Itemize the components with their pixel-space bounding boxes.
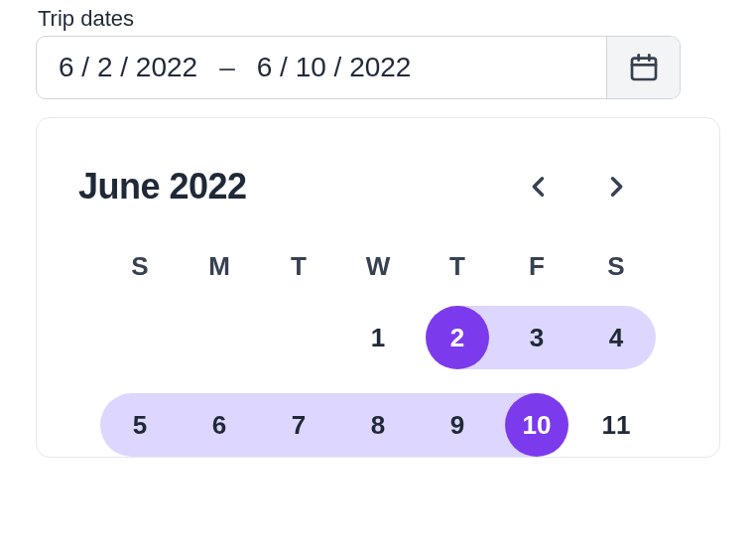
calendar-day[interactable]: 4	[576, 306, 656, 369]
start-month[interactable]: 6	[59, 52, 74, 83]
calendar-day[interactable]: 6	[180, 393, 259, 457]
chevron-left-icon	[525, 173, 553, 201]
calendar-day[interactable]: 2	[418, 306, 497, 369]
start-day[interactable]: 2	[97, 52, 113, 83]
weekday-header: M	[180, 251, 259, 282]
weekday-header: S	[576, 251, 656, 282]
chevron-right-icon	[602, 173, 630, 201]
weekday-header: F	[497, 251, 576, 282]
calendar-day-number: 2	[450, 323, 464, 353]
calendar-day-number: 3	[530, 323, 544, 353]
calendar-day-number: 9	[450, 410, 464, 441]
calendar-day[interactable]: 7	[259, 393, 338, 457]
calendar-day-number: 10	[523, 410, 552, 441]
calendar-day-number: 8	[371, 410, 385, 441]
calendar-day-number: 7	[292, 410, 306, 441]
calendar-cell-empty	[100, 306, 180, 369]
calendar-day-number: 1	[371, 323, 385, 353]
end-year[interactable]: 2022	[349, 52, 411, 83]
end-day[interactable]: 10	[296, 52, 326, 83]
date-range-display[interactable]: 6 / 2 / 2022 – 6 / 10 / 2022	[37, 37, 606, 98]
calendar-day[interactable]: 11	[576, 393, 656, 457]
weekday-header: W	[338, 251, 418, 282]
calendar-day-number: 5	[133, 410, 147, 441]
calendar-icon	[628, 52, 660, 83]
weekday-header: T	[418, 251, 497, 282]
calendar-day[interactable]: 1	[338, 306, 418, 369]
calendar-day-number: 11	[602, 410, 631, 441]
svg-rect-0	[632, 59, 656, 79]
calendar-day[interactable]: 10	[497, 393, 576, 457]
range-separator: –	[197, 52, 257, 83]
prev-month-button[interactable]	[521, 169, 557, 205]
calendar-grid: SMTWTFS1234567891011	[70, 251, 686, 457]
calendar-day[interactable]: 9	[418, 393, 497, 457]
calendar-day[interactable]: 5	[100, 393, 180, 457]
calendar-popover: June 2022 SMTWTFS1234567891011	[36, 117, 720, 458]
calendar-day[interactable]: 3	[497, 306, 576, 369]
calendar-cell-empty	[180, 306, 259, 369]
calendar-day[interactable]: 8	[338, 393, 418, 457]
calendar-cell-empty	[259, 306, 338, 369]
weekday-header: S	[100, 251, 180, 282]
calendar-month-title: June 2022	[78, 166, 247, 207]
trip-dates-input[interactable]: 6 / 2 / 2022 – 6 / 10 / 2022	[36, 36, 681, 99]
weekday-header: T	[259, 251, 338, 282]
calendar-day-number: 4	[609, 323, 623, 353]
field-label: Trip dates	[38, 6, 720, 32]
start-year[interactable]: 2022	[136, 52, 197, 83]
end-month[interactable]: 6	[257, 52, 273, 83]
next-month-button[interactable]	[598, 169, 634, 205]
calendar-day-number: 6	[212, 410, 226, 441]
calendar-toggle-button[interactable]	[606, 37, 680, 98]
